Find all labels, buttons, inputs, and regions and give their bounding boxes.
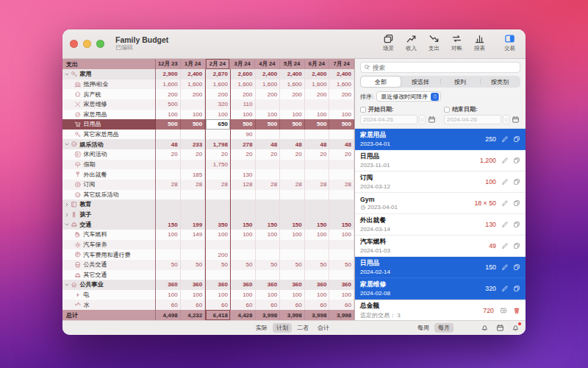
budget-value-cell[interactable] xyxy=(156,250,181,260)
budget-value-cell[interactable]: 100 xyxy=(205,110,231,120)
budget-value-cell[interactable]: 100 xyxy=(231,290,256,300)
budget-value-cell[interactable]: 500 xyxy=(329,119,354,130)
toolbar-reconcile-button[interactable]: 对帐 xyxy=(445,32,468,52)
date-input[interactable]: 2024-04-26 xyxy=(360,115,417,124)
budget-value-cell[interactable]: 200 xyxy=(256,89,281,99)
month-column-header[interactable]: 1月 24 xyxy=(181,59,206,69)
notifications-button[interactable] xyxy=(512,324,520,332)
transaction-row[interactable]: 汽车燃料 2024-01-03 49 xyxy=(355,236,526,257)
table-row[interactable]: 其它家居用品90 xyxy=(62,130,354,140)
budget-value-cell[interactable] xyxy=(181,99,206,110)
view-mode-segment[interactable]: 实际 xyxy=(252,323,271,333)
month-column-header[interactable]: 2月 24 xyxy=(206,59,231,69)
chevron-down-icon[interactable] xyxy=(64,222,70,227)
table-row[interactable]: 日用品500500650500500500500500 xyxy=(62,119,354,130)
budget-value-cell[interactable]: 100 xyxy=(256,230,281,240)
budget-value-cell[interactable] xyxy=(205,210,231,220)
table-row[interactable]: 教育 xyxy=(62,199,354,210)
toolbar-expense-button[interactable]: 支出 xyxy=(423,32,445,52)
category-label-cell[interactable]: 汽车燃料 xyxy=(62,230,156,240)
budget-value-cell[interactable] xyxy=(181,160,206,170)
duplicate-icon[interactable] xyxy=(513,221,520,228)
budget-value-cell[interactable]: 360 xyxy=(280,280,305,290)
edit-pencil-icon[interactable] xyxy=(501,178,509,185)
budget-value-cell[interactable]: 100 xyxy=(231,230,256,240)
search-field[interactable] xyxy=(360,62,520,73)
month-column-header[interactable]: 4月 24 xyxy=(255,59,280,69)
category-label-cell[interactable]: 家用 xyxy=(62,69,156,79)
category-label-cell[interactable]: 外出就餐 xyxy=(62,169,156,180)
category-label-cell[interactable]: 其它娱乐活动 xyxy=(62,190,156,200)
table-row[interactable]: 外出就餐185130 xyxy=(62,169,354,180)
budget-value-cell[interactable] xyxy=(205,270,231,280)
budget-value-cell[interactable]: 28 xyxy=(305,180,330,190)
budget-value-cell[interactable]: 360 xyxy=(156,280,181,290)
budget-value-cell[interactable] xyxy=(280,99,305,110)
budget-value-cell[interactable] xyxy=(205,169,231,180)
budget-value-cell[interactable]: 1,600 xyxy=(329,79,354,90)
budget-value-cell[interactable]: 2,900 xyxy=(156,69,181,79)
budget-value-cell[interactable]: 360 xyxy=(256,280,281,290)
budget-value-cell[interactable] xyxy=(231,190,256,200)
table-row[interactable]: 家用2,9002,4002,8702,6002,4002,4002,4002,4… xyxy=(62,69,354,79)
budget-value-cell[interactable]: 128 xyxy=(231,180,256,190)
edit-pencil-icon[interactable] xyxy=(501,157,509,164)
edit-pencil-icon[interactable] xyxy=(501,285,509,292)
table-row[interactable]: 订阅28282812828282828 xyxy=(62,180,354,190)
budget-value-cell[interactable]: 100 xyxy=(280,230,305,240)
budget-value-cell[interactable]: 100 xyxy=(256,290,281,300)
budget-value-cell[interactable] xyxy=(329,270,354,280)
budget-value-cell[interactable]: 100 xyxy=(156,230,181,240)
category-label-cell[interactable]: 孩子 xyxy=(62,210,156,220)
budget-value-cell[interactable] xyxy=(305,160,330,170)
budget-value-cell[interactable] xyxy=(329,250,354,260)
budget-value-cell[interactable]: 60 xyxy=(231,300,256,310)
category-label-cell[interactable]: 假期 xyxy=(62,160,156,170)
transaction-row[interactable]: Gym 2023-04-01 18 × 50 xyxy=(355,193,526,214)
budget-value-cell[interactable]: 50 xyxy=(305,260,330,270)
duplicate-icon[interactable] xyxy=(513,263,520,271)
budget-value-cell[interactable]: 278 xyxy=(231,139,256,149)
budget-value-cell[interactable] xyxy=(280,190,305,200)
budget-value-cell[interactable]: 20 xyxy=(305,149,330,160)
budget-value-cell[interactable] xyxy=(256,199,281,210)
budget-value-cell[interactable]: 360 xyxy=(181,280,206,290)
date-stepper[interactable] xyxy=(419,115,426,124)
budget-value-cell[interactable]: 500 xyxy=(181,119,206,130)
view-mode-segment[interactable]: 二者 xyxy=(293,323,312,333)
budget-value-cell[interactable]: 200 xyxy=(280,89,305,99)
table-row[interactable]: 其它交通 xyxy=(62,270,354,280)
filter-tab[interactable]: 全部 xyxy=(361,77,401,87)
transaction-row[interactable]: 家居用品 2023-04-01 250 xyxy=(355,129,526,150)
budget-value-cell[interactable]: 350 xyxy=(205,219,231,230)
edit-pencil-icon[interactable] xyxy=(501,135,509,143)
budget-value-cell[interactable]: 60 xyxy=(256,300,281,310)
table-row[interactable]: 汽车保养 xyxy=(62,240,354,250)
budget-value-cell[interactable] xyxy=(305,270,330,280)
budget-value-cell[interactable] xyxy=(280,270,305,280)
minimize-button[interactable] xyxy=(83,40,91,48)
budget-value-cell[interactable]: 100 xyxy=(329,110,354,120)
edit-pencil-icon[interactable] xyxy=(501,199,509,207)
budget-value-cell[interactable]: 100 xyxy=(231,110,256,120)
table-row[interactable]: 汽车费用和通行费200 xyxy=(62,250,354,260)
budget-value-cell[interactable] xyxy=(156,270,181,280)
budget-value-cell[interactable] xyxy=(181,270,206,280)
budget-value-cell[interactable] xyxy=(280,130,305,140)
budget-value-cell[interactable]: 48 xyxy=(329,139,354,149)
budget-value-cell[interactable] xyxy=(305,169,330,180)
budget-value-cell[interactable]: 1,600 xyxy=(231,79,256,90)
period-segment[interactable]: 每周 xyxy=(414,323,433,333)
budget-value-cell[interactable]: 48 xyxy=(280,139,305,149)
category-label-cell[interactable]: 日用品 xyxy=(62,119,156,130)
budget-value-cell[interactable]: 28 xyxy=(205,180,231,190)
budget-value-cell[interactable]: 100 xyxy=(305,110,330,120)
budget-value-cell[interactable]: 150 xyxy=(156,219,181,230)
budget-value-cell[interactable]: 200 xyxy=(231,89,256,99)
budget-value-cell[interactable]: 2,400 xyxy=(329,69,354,79)
budget-value-cell[interactable] xyxy=(280,160,305,170)
trash-icon[interactable] xyxy=(513,307,520,314)
budget-value-cell[interactable]: 100 xyxy=(256,110,281,120)
budget-value-cell[interactable] xyxy=(329,130,354,140)
budget-value-cell[interactable]: 200 xyxy=(205,250,231,260)
